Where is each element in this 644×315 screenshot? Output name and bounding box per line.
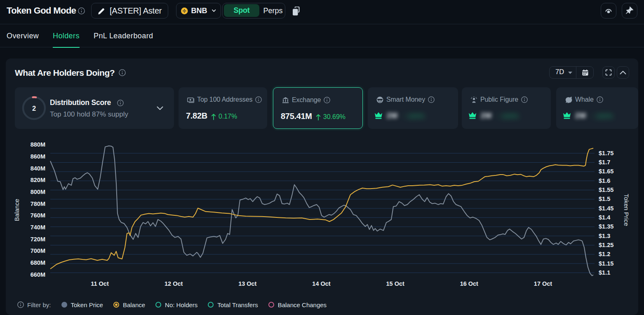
svg-text:2: 2: [32, 105, 36, 112]
